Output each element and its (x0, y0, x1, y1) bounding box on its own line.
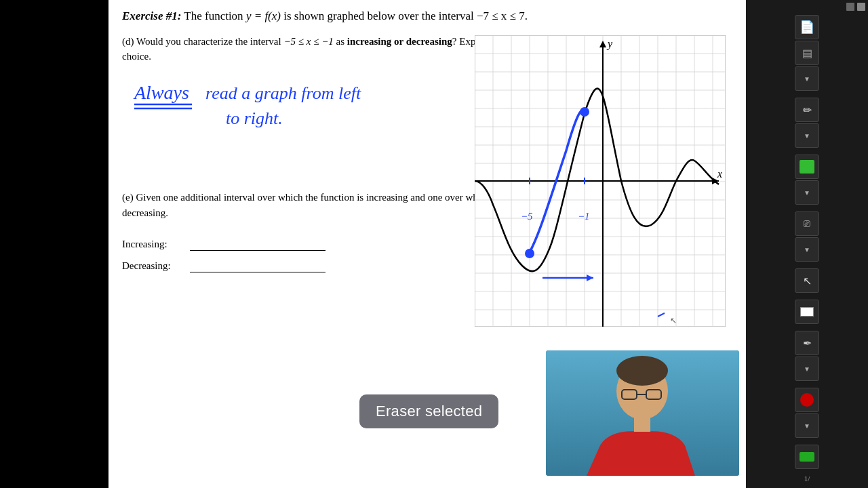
graph-svg: x y −5 −1 (475, 35, 726, 327)
decreasing-label: Decreasing: (122, 260, 183, 272)
svg-point-40 (580, 107, 589, 117)
eraser-toast-text: Eraser selected (376, 403, 482, 420)
eraser-toast: Eraser selected (359, 394, 498, 428)
question-d-text2: as (334, 36, 347, 47)
dropdown-2-button[interactable]: ▼ (795, 123, 819, 148)
exercise-title-text: The function (181, 9, 246, 22)
question-d-interval: −5 ≤ x ≤ −1 (283, 36, 333, 47)
exercise-interval: −7 ≤ x ≤ 7 (477, 9, 525, 22)
svg-rect-56 (634, 417, 650, 432)
svg-point-52 (616, 356, 668, 386)
pointer-tool-button[interactable]: ↖ (795, 268, 819, 293)
dropdown-6-button[interactable]: ▼ (795, 413, 819, 438)
dropdown-4-button[interactable]: ▼ (795, 237, 819, 262)
svg-text:↖: ↖ (670, 316, 677, 325)
exercise-period: . (525, 9, 528, 22)
question-d-bold: increasing or decreasing (347, 36, 452, 47)
svg-text:read a graph from left: read a graph from left (205, 83, 361, 103)
increasing-label: Increasing: (122, 239, 183, 250)
color-green-2-button[interactable] (795, 445, 819, 469)
svg-text:x: x (717, 168, 722, 180)
dropdown-3-button[interactable]: ▼ (795, 180, 819, 205)
question-d-text: Would you characterize the interval (136, 36, 283, 47)
handwriting-note: Always read a graph from left to right. (121, 73, 433, 134)
svg-text:to right.: to right. (226, 108, 283, 128)
dropdown-1-button[interactable]: ▼ (795, 66, 819, 91)
question-e-label: (e) (122, 192, 134, 203)
layers-button[interactable]: ▤ (795, 41, 819, 65)
white-rect-button[interactable] (795, 300, 819, 324)
question-e-text: Given one additional interval over which… (122, 192, 508, 218)
webcam-container (546, 350, 739, 476)
minimize-button[interactable] (846, 3, 854, 11)
increasing-line (190, 237, 326, 251)
main-content: Exercise #1: The function y = f(x) is sh… (108, 0, 746, 488)
eraser-tool-button[interactable]: ⎚ (795, 211, 819, 236)
pen-2-button[interactable]: ✒ (795, 331, 819, 355)
exercise-math: y = f(x) (246, 9, 281, 22)
svg-text:−5: −5 (521, 211, 533, 222)
record-button[interactable] (795, 388, 819, 412)
graph-container: x y −5 −1 (475, 35, 726, 327)
svg-text:−1: −1 (578, 211, 590, 222)
exercise-title: Exercise #1: The function y = f(x) is sh… (122, 8, 732, 24)
left-black-bar (0, 0, 108, 488)
pages-button[interactable]: 📄 (795, 15, 819, 39)
person-svg (546, 350, 739, 476)
svg-point-41 (525, 249, 534, 258)
close-button[interactable] (857, 3, 865, 11)
page-indicator: 1/ (804, 474, 810, 483)
decreasing-line (190, 259, 326, 272)
right-toolbar: 📄 ▤ ▼ ✏ ▼ ▼ ⎚ ▼ ↖ ✒ ▼ (746, 0, 868, 488)
color-green-1-button[interactable] (795, 155, 819, 179)
webcam-person (546, 350, 739, 476)
svg-text:Always: Always (133, 82, 189, 103)
exercise-title-rest: is shown graphed below over the interval (281, 9, 477, 22)
svg-text:y: y (606, 38, 613, 50)
pen-tool-button[interactable]: ✏ (795, 98, 819, 122)
dropdown-5-button[interactable]: ▼ (795, 357, 819, 381)
question-d-label: (d) (122, 36, 134, 47)
exercise-bold: Exercise #1: (122, 9, 181, 22)
